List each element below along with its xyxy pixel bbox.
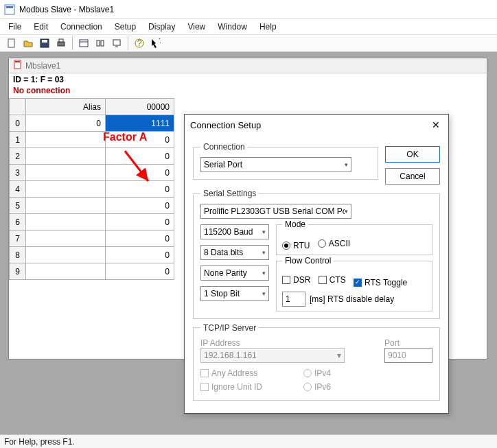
tcpip-server-group: TCP/IP Server IP Address 192.168.1.161▾ …	[193, 323, 440, 401]
svg-rect-5	[58, 42, 65, 46]
menu-window[interactable]: Window	[218, 22, 247, 32]
chevron-down-icon: ▾	[262, 270, 266, 276]
cell-alias[interactable]	[26, 165, 106, 181]
cell-alias[interactable]	[26, 263, 106, 280]
mdi-title-bar[interactable]: Mbslave1	[9, 58, 487, 73]
cell-value[interactable]: 0	[106, 263, 174, 280]
menu-setup[interactable]: Setup	[115, 22, 136, 32]
ipv6-radio: IPv6	[303, 382, 331, 392]
menu-bar: File Edit Connection Setup Display View …	[0, 19, 497, 34]
open-icon[interactable]	[21, 36, 36, 51]
toolbar: ? ?	[0, 34, 497, 52]
menu-view[interactable]: View	[187, 22, 205, 32]
svg-rect-2	[8, 39, 14, 47]
chevron-down-icon: ▾	[262, 249, 266, 256]
port-label: Port	[384, 338, 432, 348]
serial-port-combo[interactable]: Prolific PL2303GT USB Serial COM Port (C…	[200, 204, 351, 219]
connection-setup-dialog: Connection Setup ✕ Connection Serial Por…	[184, 114, 449, 414]
ip-address-label: IP Address	[200, 338, 378, 348]
cell-value[interactable]: 0	[106, 148, 174, 165]
cell-alias[interactable]: 0	[26, 115, 106, 132]
menu-display[interactable]: Display	[148, 22, 175, 32]
cts-checkbox[interactable]: CTS	[319, 275, 346, 285]
connect-icon[interactable]	[93, 36, 108, 51]
status-text: For Help, press F1.	[4, 437, 75, 447]
parity-combo[interactable]: None Parity▾	[200, 266, 269, 281]
connection-group: Connection Serial Port▾	[193, 142, 378, 180]
about-icon[interactable]: ?	[132, 36, 147, 51]
cell-alias[interactable]	[26, 231, 106, 247]
cell-value[interactable]: 0	[106, 181, 174, 198]
col-value[interactable]: 00000	[106, 99, 174, 115]
print-icon[interactable]	[54, 36, 69, 51]
register-grid[interactable]: Alias 00000 001111 10 20 30 40 50 60 70 …	[9, 98, 174, 280]
menu-help[interactable]: Help	[259, 22, 277, 32]
row-header[interactable]: 6	[10, 214, 26, 231]
whatsthis-icon[interactable]: ?	[148, 36, 163, 51]
cell-alias[interactable]	[26, 132, 106, 148]
ascii-radio[interactable]: ASCII	[318, 239, 350, 248]
cell-value[interactable]: 0	[106, 247, 174, 263]
row-header[interactable]: 5	[10, 198, 26, 214]
baud-combo[interactable]: 115200 Baud▾	[200, 224, 269, 239]
rts-toggle-checkbox[interactable]: RTS Toggle	[354, 278, 407, 287]
row-header[interactable]: 7	[10, 231, 26, 247]
svg-rect-1	[6, 6, 13, 8]
cell-alias[interactable]	[26, 148, 106, 165]
svg-rect-7	[80, 40, 88, 47]
row-header[interactable]: 8	[10, 247, 26, 263]
cell-alias[interactable]	[26, 198, 106, 214]
id-function-line: ID = 1: F = 03	[9, 73, 487, 86]
row-header[interactable]: 9	[10, 263, 26, 280]
status-bar: For Help, press F1.	[0, 434, 497, 448]
svg-rect-9	[97, 40, 100, 46]
row-header[interactable]: 3	[10, 165, 26, 181]
mdi-title: Mbslave1	[25, 61, 60, 71]
row-header[interactable]: 0	[10, 115, 26, 132]
cell-value[interactable]: 0	[106, 165, 174, 181]
chevron-down-icon: ▾	[262, 228, 266, 235]
cell-value[interactable]: 1111	[106, 115, 174, 132]
cancel-button[interactable]: Cancel	[385, 168, 440, 185]
close-icon[interactable]: ✕	[429, 118, 443, 132]
cell-value[interactable]: 0	[106, 132, 174, 148]
cell-alias[interactable]	[26, 214, 106, 231]
new-icon[interactable]	[4, 36, 19, 51]
databits-combo[interactable]: 8 Data bits▾	[200, 245, 269, 260]
menu-connection[interactable]: Connection	[60, 22, 102, 32]
window-title: Modbus Slave - Mbslave1	[19, 5, 114, 14]
ignore-unitid-checkbox: Ignore Unit ID	[200, 382, 262, 392]
ip-address-combo: 192.168.1.161▾	[200, 348, 345, 363]
menu-edit[interactable]: Edit	[34, 22, 48, 32]
svg-text:?: ?	[159, 38, 161, 45]
chevron-down-icon: ▾	[337, 351, 341, 360]
row-header[interactable]: 1	[10, 132, 26, 148]
col-alias[interactable]: Alias	[26, 99, 106, 115]
dsr-checkbox[interactable]: DSR	[282, 275, 310, 285]
title-bar: Modbus Slave - Mbslave1	[0, 0, 497, 19]
mode-group: Mode RTU ASCII	[276, 224, 432, 255]
window-icon[interactable]	[76, 36, 91, 51]
cell-value[interactable]: 0	[106, 214, 174, 231]
flow-control-group: Flow Control DSR CTS RTS Toggle 1 [ms] R…	[276, 261, 432, 311]
cell-alias[interactable]	[26, 181, 106, 198]
rts-delay-input[interactable]: 1	[282, 292, 305, 307]
monitor-icon[interactable]	[109, 36, 124, 51]
svg-rect-4	[42, 40, 47, 43]
chevron-down-icon: ▾	[345, 208, 348, 215]
any-address-checkbox: Any Address	[200, 368, 257, 378]
cell-value[interactable]: 0	[106, 198, 174, 214]
serial-legend: Serial Settings	[200, 189, 259, 198]
stopbits-combo[interactable]: 1 Stop Bit▾	[200, 286, 269, 301]
cell-value[interactable]: 0	[106, 231, 174, 247]
connection-type-combo[interactable]: Serial Port▾	[200, 157, 351, 172]
rtu-radio[interactable]: RTU	[282, 241, 310, 250]
row-header[interactable]: 4	[10, 181, 26, 198]
row-header[interactable]: 2	[10, 148, 26, 165]
save-icon[interactable]	[37, 36, 52, 51]
menu-file[interactable]: File	[8, 22, 21, 32]
cell-alias[interactable]	[26, 247, 106, 263]
tcpip-legend: TCP/IP Server	[200, 323, 259, 333]
dialog-title-bar[interactable]: Connection Setup ✕	[185, 115, 448, 135]
ok-button[interactable]: OK	[385, 146, 440, 163]
